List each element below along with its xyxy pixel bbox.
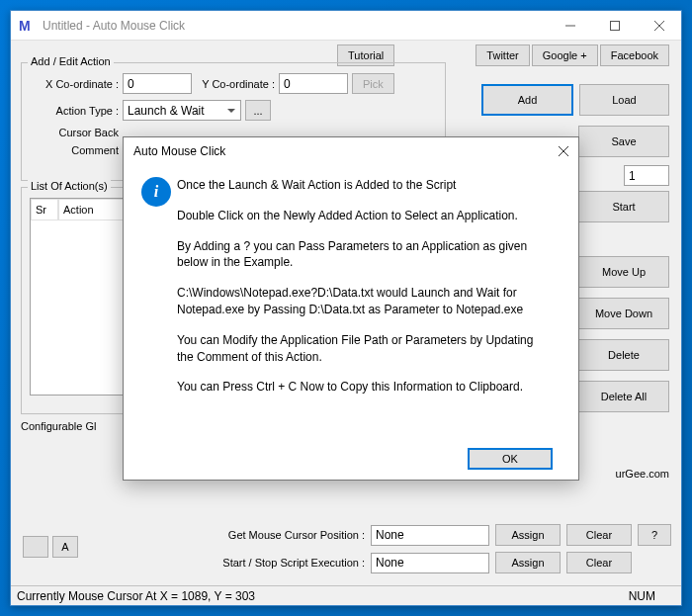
maximize-button[interactable] — [592, 11, 637, 41]
list-title: List Of Action(s) — [28, 180, 111, 192]
load-button[interactable]: Load — [579, 84, 669, 116]
svg-rect-1 — [610, 21, 619, 30]
start-stop-clear-button[interactable]: Clear — [566, 552, 632, 573]
facebook-button[interactable]: Facebook — [600, 44, 669, 66]
get-cursor-input[interactable] — [371, 525, 489, 546]
statusbar: Currently Mouse Cursor At X = 1089, Y = … — [11, 585, 681, 605]
save-button[interactable]: Save — [578, 126, 669, 157]
dialog-p1: Once the Launch & Wait Action is Added t… — [177, 177, 553, 194]
dialog-p2: Double Click on the Newly Added Action t… — [177, 208, 553, 224]
help-button[interactable]: ? — [638, 524, 671, 546]
groupbox-title: Add / Edit Action — [28, 55, 114, 67]
repeat-input[interactable] — [624, 165, 669, 186]
dialog-footer: OK — [141, 440, 553, 470]
right-button-column: Add Load Save Start Move Up Move Down De… — [578, 84, 669, 412]
corner-a-button[interactable]: A — [52, 536, 78, 558]
col-sr[interactable]: Sr — [31, 199, 58, 220]
status-num: NUM — [629, 589, 655, 603]
x-coord-input[interactable] — [123, 73, 192, 94]
status-text: Currently Mouse Cursor At X = 1089, Y = … — [17, 589, 255, 603]
dialog-close-button[interactable] — [549, 137, 578, 165]
murgee-link[interactable]: urGee.com — [616, 468, 669, 480]
repeat-row — [624, 165, 669, 186]
dialog-text: Once the Launch & Wait Action is Added t… — [177, 177, 553, 440]
action-type-select[interactable]: Launch & Wait — [123, 100, 241, 121]
dialog-body: i Once the Launch & Wait Action is Added… — [124, 165, 578, 480]
action-type-label: Action Type : — [30, 105, 119, 117]
minimize-button[interactable] — [548, 11, 592, 41]
dialog-p3: By Adding a ? you can Pass Parameters to… — [177, 238, 553, 272]
delete-all-button[interactable]: Delete All — [578, 381, 669, 412]
close-button[interactable] — [637, 11, 681, 41]
move-up-button[interactable]: Move Up — [578, 256, 669, 288]
dialog-title: Auto Mouse Click — [133, 144, 225, 158]
add-button[interactable]: Add — [481, 84, 573, 116]
twitter-button[interactable]: Twitter — [476, 44, 529, 66]
y-coord-input[interactable] — [279, 73, 348, 94]
window-controls — [548, 11, 681, 41]
actions-table[interactable]: Sr Action — [30, 198, 127, 396]
dialog-p6: You can Press Ctrl + C Now to Copy this … — [177, 379, 553, 396]
dialog-ok-button[interactable]: OK — [468, 448, 553, 470]
get-cursor-clear-button[interactable]: Clear — [566, 524, 632, 546]
move-down-button[interactable]: Move Down — [578, 298, 669, 329]
start-stop-assign-button[interactable]: Assign — [495, 552, 561, 573]
delete-button[interactable]: Delete — [578, 339, 669, 371]
get-cursor-assign-button[interactable]: Assign — [495, 524, 561, 546]
corner-blank-button[interactable] — [23, 536, 48, 558]
table-header: Sr Action — [31, 199, 126, 220]
comment-label: Comment — [30, 144, 119, 156]
window-title: Untitled - Auto Mouse Click — [43, 19, 548, 33]
corner-buttons: A — [23, 536, 78, 558]
dialog-titlebar: Auto Mouse Click — [124, 137, 578, 165]
dialog-p4: C:\Windows\Notepad.exe?D:\Data.txt would… — [177, 285, 553, 318]
pick-button[interactable]: Pick — [352, 73, 394, 94]
titlebar: M Untitled - Auto Mouse Click — [11, 11, 681, 41]
app-icon: M — [19, 18, 35, 34]
cursor-back-label: Cursor Back — [30, 127, 119, 138]
google-plus-button[interactable]: Google + — [532, 44, 598, 66]
info-icon: i — [141, 177, 177, 440]
dialog-p5: You can Modify the Application File Path… — [177, 332, 553, 366]
bottom-area: Get Mouse Cursor Position : Assign Clear… — [21, 524, 671, 585]
col-action[interactable]: Action — [58, 199, 126, 220]
action-type-more-button[interactable]: ... — [245, 100, 271, 121]
start-button[interactable]: Start — [578, 191, 669, 222]
y-coord-label: Y Co-ordinate : — [196, 78, 275, 90]
info-dialog: Auto Mouse Click i Once the Launch & Wai… — [123, 136, 579, 481]
get-cursor-label: Get Mouse Cursor Position : — [228, 529, 365, 541]
x-coord-label: X Co-ordinate : — [30, 78, 119, 90]
start-stop-input[interactable] — [371, 553, 489, 573]
start-stop-label: Start / Stop Script Execution : — [222, 557, 365, 569]
